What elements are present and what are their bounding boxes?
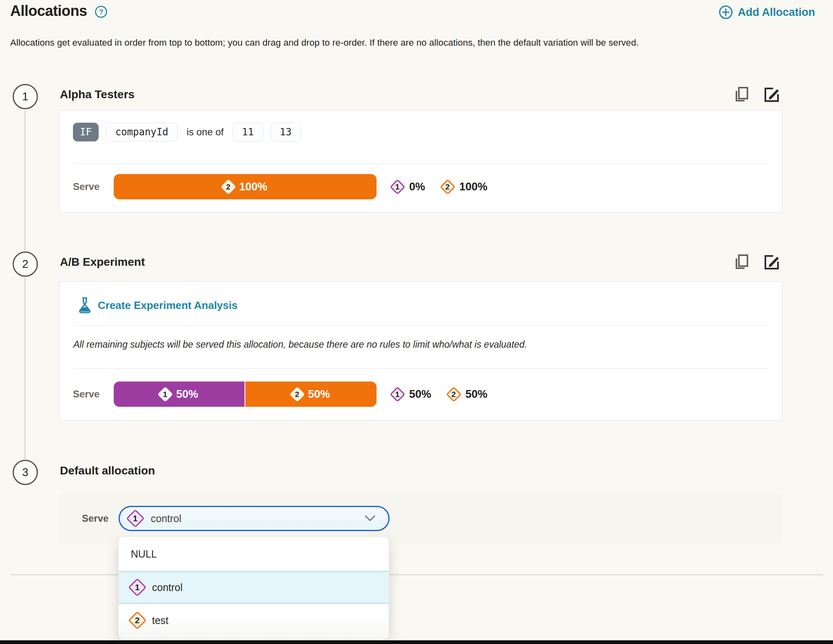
select-value: control — [151, 513, 355, 525]
card-divider — [73, 368, 769, 369]
create-experiment-analysis-link[interactable]: Create Experiment Analysis — [79, 297, 238, 313]
step-number-1: 1 — [13, 84, 38, 109]
page-title-row: Allocations ? — [10, 2, 108, 20]
default-allocation-panel: Serve 1 control — [59, 494, 782, 543]
default-variation-select[interactable]: 1 control — [119, 506, 390, 531]
card-divider — [73, 163, 769, 164]
bar-segment-variation-2: 2 100% — [114, 174, 377, 199]
allocation-3-title: Default allocation — [60, 464, 155, 477]
rule-attribute-chip: companyId — [106, 123, 178, 141]
chevron-down-icon — [364, 514, 376, 523]
bar-segment-percent: 50% — [176, 388, 198, 401]
add-allocation-label: Add Allocation — [738, 6, 815, 19]
variation-legend: 1 50% 2 50% — [392, 388, 487, 401]
allocation-1-card: IF companyId is one of 11 13 Serve 2 100… — [59, 110, 782, 213]
legend-item-variation-2: 2 50% — [448, 388, 487, 401]
variation-2-diamond-icon: 2 — [446, 386, 461, 402]
edit-icon[interactable] — [763, 86, 781, 104]
allocations-description: Allocations get evaluated in order from … — [10, 37, 639, 48]
option-label: NULL — [131, 548, 157, 560]
dropdown-option-control[interactable]: 1 control — [119, 571, 389, 604]
create-experiment-analysis-label: Create Experiment Analysis — [98, 299, 238, 312]
serve-label: Serve — [73, 181, 114, 192]
variation-1-diamond-icon: 1 — [158, 386, 173, 402]
add-allocation-button[interactable]: Add Allocation — [718, 5, 815, 20]
variation-legend: 1 0% 2 100% — [392, 181, 487, 193]
legend-item-variation-1: 1 0% — [392, 181, 425, 193]
bar-segment-variation-1: 1 50% — [114, 382, 245, 407]
legend-item-variation-2: 2 100% — [442, 181, 487, 193]
variation-2-diamond-icon: 2 — [128, 611, 146, 629]
allocation-2-card: Create Experiment Analysis All remaining… — [59, 281, 782, 421]
legend-percent: 0% — [409, 181, 425, 193]
allocation-bar: 1 50% 2 50% — [114, 382, 377, 407]
allocation-bar: 2 100% — [114, 174, 377, 199]
step-number-3: 3 — [13, 460, 38, 485]
help-icon[interactable]: ? — [95, 4, 108, 18]
bar-segment-percent: 100% — [239, 181, 267, 193]
variation-dropdown-menu: NULL 1 control 2 test — [118, 536, 389, 640]
dropdown-option-null[interactable]: NULL — [119, 537, 389, 571]
rule-value-chip: 11 — [233, 123, 263, 141]
variation-2-diamond-icon: 2 — [289, 386, 305, 402]
svg-text:?: ? — [99, 8, 103, 16]
variation-1-diamond-icon: 1 — [126, 509, 144, 527]
allocation-2-title: A/B Experiment — [60, 256, 145, 269]
variation-1-diamond-icon: 1 — [390, 179, 405, 194]
bar-segment-variation-2: 2 50% — [245, 382, 377, 407]
flask-icon — [79, 297, 91, 313]
allocation-1-title: Alpha Testers — [60, 88, 134, 101]
window-bottom-edge — [0, 640, 833, 644]
step-connector-line — [24, 278, 26, 459]
allocation-note: All remaining subjects will be served th… — [73, 339, 527, 350]
edit-icon[interactable] — [763, 253, 781, 271]
legend-percent: 50% — [465, 388, 487, 401]
page-title: Allocations — [10, 2, 87, 20]
plus-circle-icon — [718, 5, 733, 20]
dropdown-option-test[interactable]: 2 test — [119, 604, 389, 637]
option-label: control — [152, 582, 183, 593]
serve-row: Serve 2 100% 1 0% 2 100% — [73, 174, 769, 199]
legend-item-variation-1: 1 50% — [392, 388, 431, 401]
variation-2-diamond-icon: 2 — [440, 179, 455, 194]
variation-1-diamond-icon: 1 — [390, 386, 405, 402]
option-label: test — [152, 615, 168, 626]
step-connector-line — [24, 110, 26, 251]
allocations-page: Allocations ? Add Allocation Allocations… — [0, 0, 833, 644]
variation-2-diamond-icon: 2 — [220, 179, 236, 194]
variation-1-diamond-icon: 1 — [128, 578, 146, 596]
step-number-2: 2 — [13, 251, 38, 277]
rule-operator: is one of — [187, 126, 224, 138]
serve-label: Serve — [82, 513, 119, 524]
allocation-2-actions — [733, 253, 781, 271]
serve-label: Serve — [73, 388, 114, 400]
bar-segment-percent: 50% — [308, 388, 330, 401]
allocation-1-actions — [733, 86, 781, 104]
duplicate-icon[interactable] — [733, 86, 750, 104]
if-chip: IF — [73, 123, 99, 141]
legend-percent: 100% — [459, 181, 487, 193]
duplicate-icon[interactable] — [733, 253, 750, 271]
rule-value-chip: 13 — [271, 123, 301, 141]
legend-percent: 50% — [409, 388, 431, 401]
card-divider — [73, 325, 769, 326]
rule-row: IF companyId is one of 11 13 — [73, 123, 301, 141]
serve-row: Serve 1 50% 2 50% 1 50% 2 50% — [73, 382, 769, 407]
